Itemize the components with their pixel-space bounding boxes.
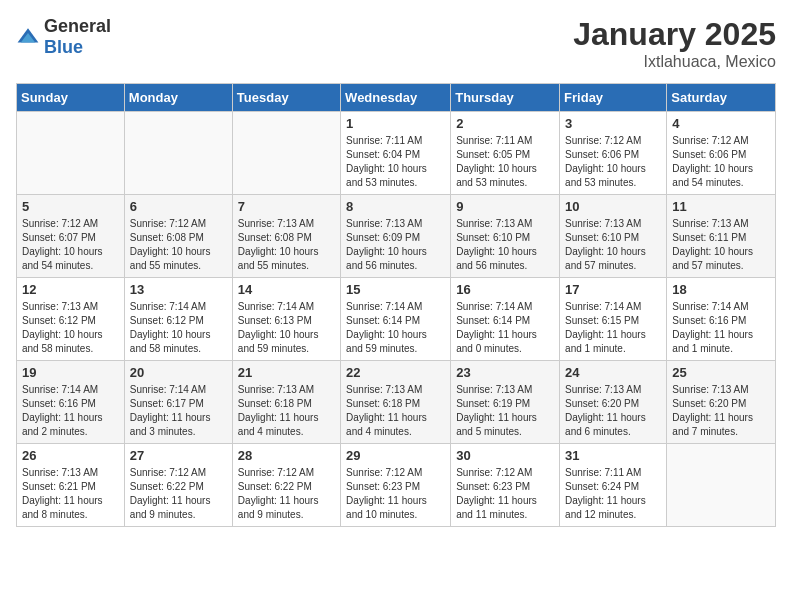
day-number: 7 [238, 199, 335, 214]
day-cell: 17Sunrise: 7:14 AMSunset: 6:15 PMDayligh… [560, 278, 667, 361]
day-cell: 9Sunrise: 7:13 AMSunset: 6:10 PMDaylight… [451, 195, 560, 278]
day-number: 21 [238, 365, 335, 380]
day-number: 5 [22, 199, 119, 214]
day-cell: 12Sunrise: 7:13 AMSunset: 6:12 PMDayligh… [17, 278, 125, 361]
day-cell: 28Sunrise: 7:12 AMSunset: 6:22 PMDayligh… [232, 444, 340, 527]
week-row-3: 12Sunrise: 7:13 AMSunset: 6:12 PMDayligh… [17, 278, 776, 361]
day-info: Sunrise: 7:12 AMSunset: 6:23 PMDaylight:… [456, 466, 554, 522]
day-cell: 11Sunrise: 7:13 AMSunset: 6:11 PMDayligh… [667, 195, 776, 278]
day-number: 6 [130, 199, 227, 214]
day-info: Sunrise: 7:12 AMSunset: 6:22 PMDaylight:… [130, 466, 227, 522]
day-cell: 22Sunrise: 7:13 AMSunset: 6:18 PMDayligh… [341, 361, 451, 444]
day-info: Sunrise: 7:13 AMSunset: 6:18 PMDaylight:… [238, 383, 335, 439]
day-number: 20 [130, 365, 227, 380]
day-info: Sunrise: 7:14 AMSunset: 6:14 PMDaylight:… [456, 300, 554, 356]
day-number: 8 [346, 199, 445, 214]
day-info: Sunrise: 7:13 AMSunset: 6:18 PMDaylight:… [346, 383, 445, 439]
day-info: Sunrise: 7:12 AMSunset: 6:06 PMDaylight:… [672, 134, 770, 190]
day-cell: 20Sunrise: 7:14 AMSunset: 6:17 PMDayligh… [124, 361, 232, 444]
day-number: 23 [456, 365, 554, 380]
weekday-header-friday: Friday [560, 84, 667, 112]
day-number: 26 [22, 448, 119, 463]
logo-icon [16, 25, 40, 49]
day-info: Sunrise: 7:11 AMSunset: 6:04 PMDaylight:… [346, 134, 445, 190]
weekday-header-monday: Monday [124, 84, 232, 112]
day-info: Sunrise: 7:14 AMSunset: 6:16 PMDaylight:… [22, 383, 119, 439]
day-info: Sunrise: 7:13 AMSunset: 6:19 PMDaylight:… [456, 383, 554, 439]
day-number: 13 [130, 282, 227, 297]
day-cell: 13Sunrise: 7:14 AMSunset: 6:12 PMDayligh… [124, 278, 232, 361]
day-cell: 21Sunrise: 7:13 AMSunset: 6:18 PMDayligh… [232, 361, 340, 444]
day-cell: 5Sunrise: 7:12 AMSunset: 6:07 PMDaylight… [17, 195, 125, 278]
day-number: 12 [22, 282, 119, 297]
page-header: General Blue January 2025 Ixtlahuaca, Me… [16, 16, 776, 71]
day-info: Sunrise: 7:13 AMSunset: 6:10 PMDaylight:… [456, 217, 554, 273]
day-number: 29 [346, 448, 445, 463]
weekday-header-saturday: Saturday [667, 84, 776, 112]
day-number: 16 [456, 282, 554, 297]
weekday-header-tuesday: Tuesday [232, 84, 340, 112]
day-cell: 2Sunrise: 7:11 AMSunset: 6:05 PMDaylight… [451, 112, 560, 195]
day-cell [124, 112, 232, 195]
week-row-2: 5Sunrise: 7:12 AMSunset: 6:07 PMDaylight… [17, 195, 776, 278]
day-info: Sunrise: 7:12 AMSunset: 6:23 PMDaylight:… [346, 466, 445, 522]
day-number: 30 [456, 448, 554, 463]
title-block: January 2025 Ixtlahuaca, Mexico [573, 16, 776, 71]
weekday-header-sunday: Sunday [17, 84, 125, 112]
day-info: Sunrise: 7:14 AMSunset: 6:13 PMDaylight:… [238, 300, 335, 356]
day-info: Sunrise: 7:13 AMSunset: 6:21 PMDaylight:… [22, 466, 119, 522]
day-number: 28 [238, 448, 335, 463]
day-number: 24 [565, 365, 661, 380]
day-cell: 26Sunrise: 7:13 AMSunset: 6:21 PMDayligh… [17, 444, 125, 527]
day-cell: 25Sunrise: 7:13 AMSunset: 6:20 PMDayligh… [667, 361, 776, 444]
day-number: 18 [672, 282, 770, 297]
day-number: 25 [672, 365, 770, 380]
day-info: Sunrise: 7:13 AMSunset: 6:20 PMDaylight:… [672, 383, 770, 439]
day-cell: 1Sunrise: 7:11 AMSunset: 6:04 PMDaylight… [341, 112, 451, 195]
day-number: 3 [565, 116, 661, 131]
day-number: 14 [238, 282, 335, 297]
day-cell: 29Sunrise: 7:12 AMSunset: 6:23 PMDayligh… [341, 444, 451, 527]
day-cell: 7Sunrise: 7:13 AMSunset: 6:08 PMDaylight… [232, 195, 340, 278]
day-cell: 27Sunrise: 7:12 AMSunset: 6:22 PMDayligh… [124, 444, 232, 527]
day-cell [17, 112, 125, 195]
day-cell: 3Sunrise: 7:12 AMSunset: 6:06 PMDaylight… [560, 112, 667, 195]
calendar-body: 1Sunrise: 7:11 AMSunset: 6:04 PMDaylight… [17, 112, 776, 527]
day-cell: 23Sunrise: 7:13 AMSunset: 6:19 PMDayligh… [451, 361, 560, 444]
location-title: Ixtlahuaca, Mexico [573, 53, 776, 71]
logo-general: General [44, 16, 111, 36]
day-info: Sunrise: 7:12 AMSunset: 6:22 PMDaylight:… [238, 466, 335, 522]
weekday-header-thursday: Thursday [451, 84, 560, 112]
day-info: Sunrise: 7:11 AMSunset: 6:24 PMDaylight:… [565, 466, 661, 522]
day-cell [667, 444, 776, 527]
day-info: Sunrise: 7:13 AMSunset: 6:11 PMDaylight:… [672, 217, 770, 273]
day-cell: 15Sunrise: 7:14 AMSunset: 6:14 PMDayligh… [341, 278, 451, 361]
day-cell: 4Sunrise: 7:12 AMSunset: 6:06 PMDaylight… [667, 112, 776, 195]
day-number: 2 [456, 116, 554, 131]
day-cell: 30Sunrise: 7:12 AMSunset: 6:23 PMDayligh… [451, 444, 560, 527]
day-info: Sunrise: 7:13 AMSunset: 6:08 PMDaylight:… [238, 217, 335, 273]
day-cell: 24Sunrise: 7:13 AMSunset: 6:20 PMDayligh… [560, 361, 667, 444]
day-number: 15 [346, 282, 445, 297]
day-cell: 19Sunrise: 7:14 AMSunset: 6:16 PMDayligh… [17, 361, 125, 444]
day-info: Sunrise: 7:12 AMSunset: 6:08 PMDaylight:… [130, 217, 227, 273]
weekday-header-row: SundayMondayTuesdayWednesdayThursdayFrid… [17, 84, 776, 112]
day-info: Sunrise: 7:14 AMSunset: 6:12 PMDaylight:… [130, 300, 227, 356]
day-info: Sunrise: 7:13 AMSunset: 6:20 PMDaylight:… [565, 383, 661, 439]
week-row-4: 19Sunrise: 7:14 AMSunset: 6:16 PMDayligh… [17, 361, 776, 444]
month-title: January 2025 [573, 16, 776, 53]
day-cell: 14Sunrise: 7:14 AMSunset: 6:13 PMDayligh… [232, 278, 340, 361]
week-row-1: 1Sunrise: 7:11 AMSunset: 6:04 PMDaylight… [17, 112, 776, 195]
week-row-5: 26Sunrise: 7:13 AMSunset: 6:21 PMDayligh… [17, 444, 776, 527]
calendar-table: SundayMondayTuesdayWednesdayThursdayFrid… [16, 83, 776, 527]
day-number: 17 [565, 282, 661, 297]
day-number: 27 [130, 448, 227, 463]
day-number: 4 [672, 116, 770, 131]
day-number: 9 [456, 199, 554, 214]
day-number: 11 [672, 199, 770, 214]
day-info: Sunrise: 7:14 AMSunset: 6:14 PMDaylight:… [346, 300, 445, 356]
day-cell: 16Sunrise: 7:14 AMSunset: 6:14 PMDayligh… [451, 278, 560, 361]
day-number: 31 [565, 448, 661, 463]
weekday-header-wednesday: Wednesday [341, 84, 451, 112]
day-info: Sunrise: 7:11 AMSunset: 6:05 PMDaylight:… [456, 134, 554, 190]
